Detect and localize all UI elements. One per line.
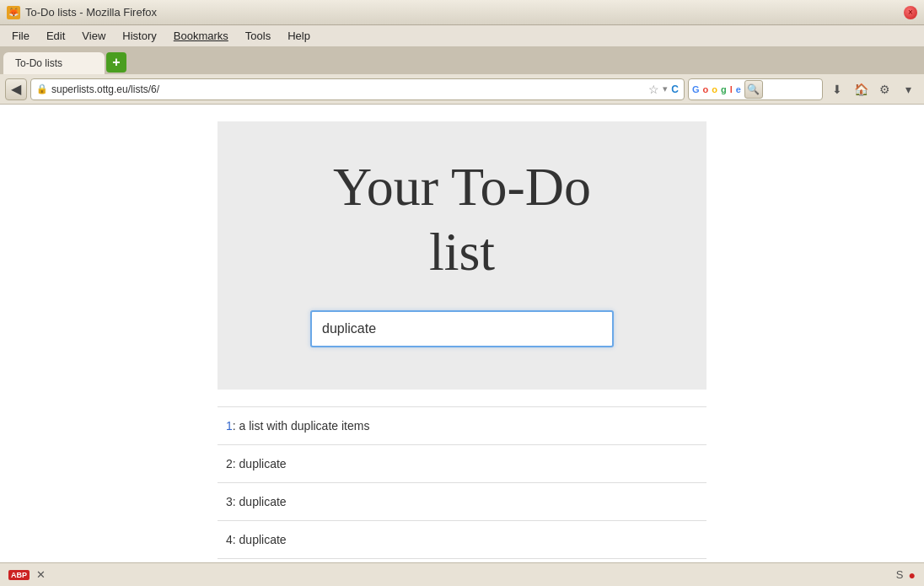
stop-icon[interactable]: ✕ (36, 568, 46, 581)
list-item-number-4: 4 (226, 533, 233, 546)
menu-tools[interactable]: Tools (237, 28, 279, 44)
search-button[interactable]: 🔍 (744, 80, 763, 99)
list-item: 4 : duplicate (218, 521, 706, 559)
status-left: ABP ✕ (8, 568, 46, 581)
list-item: 1 : a list with duplicate items (218, 406, 706, 445)
menu-help[interactable]: Help (279, 28, 319, 44)
nav-bar: ◀ 🔒 superlists.ottg.eu/lists/6/ ☆ ▾ C G … (0, 74, 924, 105)
todo-input[interactable] (310, 310, 614, 347)
status-bar: ABP ✕ S ● (0, 562, 924, 586)
list-item-number-2: 2 (226, 457, 233, 470)
google-e-icon: e (736, 84, 741, 94)
tab-bar: To-Do lists + (0, 47, 924, 74)
tab-todo-lists[interactable]: To-Do lists (3, 52, 105, 74)
app-icon: 🦊 (7, 6, 20, 19)
url-secure-icon: 🔒 (36, 83, 48, 94)
list-item-number-3: 3 (226, 495, 233, 508)
menu-view[interactable]: View (73, 28, 114, 44)
google-l-icon: l (730, 84, 733, 94)
download-icon[interactable]: ⬇ (826, 78, 848, 100)
menu-bookmarks[interactable]: Bookmarks (165, 28, 237, 44)
list-item-text-1: : a list with duplicate items (233, 419, 370, 433)
home-icon[interactable]: 🏠 (850, 78, 872, 100)
page-container: Your To-Do list 1 : a list with duplicat… (218, 121, 706, 546)
hero-section: Your To-Do list (218, 121, 706, 390)
list-item-text-3: : duplicate (233, 495, 287, 508)
list-item-text-2: : duplicate (233, 457, 287, 470)
list-item-text-4: : duplicate (233, 533, 287, 546)
bookmark-star-icon[interactable]: ☆ (648, 83, 659, 96)
url-dropdown-icon[interactable]: ▾ (663, 83, 668, 94)
tab-label: To-Do lists (15, 57, 62, 69)
google-g-icon: G (692, 84, 700, 94)
menu-bar: File Edit View History Bookmarks Tools H… (0, 25, 924, 47)
list-item: 2 : duplicate (218, 445, 706, 483)
list-item-link-1[interactable]: 1 (226, 419, 233, 433)
nav-icon-group: ⬇ 🏠 ⚙ ▾ (826, 78, 919, 100)
back-button[interactable]: ◀ (5, 78, 27, 100)
menu-file[interactable]: File (3, 28, 38, 44)
google-o1-icon: o (703, 84, 709, 94)
search-bar[interactable]: G o o g l e 🔍 (688, 78, 823, 100)
window-title: To-Do lists - Mozilla Firefox (25, 6, 157, 19)
google-o2-icon: o (712, 84, 717, 94)
status-right: S ● (896, 568, 916, 582)
circle-icon: ● (909, 568, 916, 582)
page-title: Your To-Do list (333, 155, 591, 285)
menu-edit[interactable]: Edit (38, 28, 73, 44)
title-bar: 🦊 To-Do lists - Mozilla Firefox × (0, 0, 924, 25)
abp-badge[interactable]: ABP (8, 570, 30, 580)
todo-list: 1 : a list with duplicate items 2 : dupl… (218, 406, 706, 559)
menu-history[interactable]: History (114, 28, 164, 44)
browser-content: Your To-Do list 1 : a list with duplicat… (0, 105, 924, 562)
browser-icon: C (671, 83, 679, 95)
s-icon: S (896, 568, 904, 581)
google-g2-icon: g (721, 84, 727, 94)
url-text: superlists.ottg.eu/lists/6/ (51, 83, 645, 95)
list-item: 3 : duplicate (218, 483, 706, 521)
addon-icon[interactable]: ⚙ (873, 78, 895, 100)
new-tab-button[interactable]: + (106, 52, 126, 73)
close-button[interactable]: × (904, 6, 917, 19)
url-bar[interactable]: 🔒 superlists.ottg.eu/lists/6/ ☆ ▾ C (30, 78, 685, 100)
addon-dropdown-icon[interactable]: ▾ (897, 78, 919, 100)
